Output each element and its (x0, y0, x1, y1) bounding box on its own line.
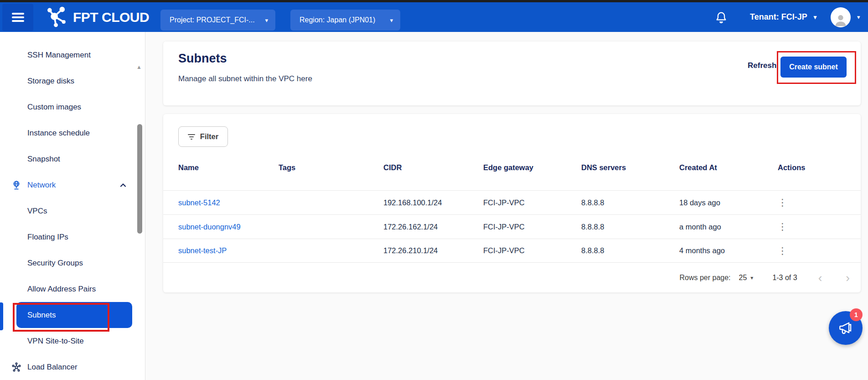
sidebar-item-label: VPCs (27, 207, 47, 216)
edge-gateway-cell: FCI-JP-VPC (483, 223, 581, 231)
load-balancer-hub-icon (11, 362, 22, 373)
created-at-cell: a month ago (679, 223, 778, 231)
sidebar-group-load-balancer[interactable]: Load Balancer (0, 354, 145, 380)
sidebar-item-label: Storage disks (27, 77, 74, 86)
caret-down-icon: ▾ (857, 14, 860, 21)
edge-gateway-cell: FCI-JP-VPC (483, 198, 581, 207)
page-subtitle: Manage all subnet within the VPC here (178, 74, 312, 83)
main-content: Subnets Manage all subnet within the VPC… (145, 32, 868, 380)
sidebar-item-snapshot[interactable]: Snapshot (0, 146, 145, 172)
dns-servers-cell: 8.8.8.8 (581, 246, 679, 255)
hamburger-menu-button[interactable] (2, 4, 33, 31)
column-header-cidr: CIDR (383, 163, 483, 172)
column-header-created-at: Created At (679, 163, 778, 172)
notification-count-badge: 1 (850, 308, 863, 321)
sidebar-item-custom-images[interactable]: Custom images (0, 94, 145, 120)
created-at-cell: 18 days ago (679, 198, 778, 207)
user-menu[interactable]: ▾ (831, 2, 860, 32)
pagination-range-label: 1-3 of 3 (772, 274, 797, 282)
sidebar-item-instance-schedule[interactable]: Instance schedule (0, 120, 145, 146)
filter-icon (188, 133, 195, 141)
hamburger-icon (12, 11, 24, 24)
table-row: subnet-5142 192.168.100.1/24 FCI-JP-VPC … (163, 190, 861, 214)
project-dropdown-label: Project: PROJECT_FCI-... (170, 16, 255, 24)
tenant-label: Tenant: FCI-JP (750, 12, 807, 22)
subnet-table-card: Filter Name Tags CIDR Edge gateway DNS s… (163, 114, 861, 292)
sidebar-menu: SSH Management Storage disks Custom imag… (0, 32, 145, 380)
dns-servers-cell: 8.8.8.8 (581, 223, 679, 231)
edge-gateway-cell: FCI-JP-VPC (483, 246, 581, 255)
sidebar-item-label: Snapshot (27, 155, 60, 164)
dns-servers-cell: 8.8.8.8 (581, 198, 679, 207)
column-header-dns-servers: DNS servers (581, 163, 679, 172)
caret-down-icon: ▾ (750, 275, 753, 281)
row-actions-kebab-icon[interactable]: ⋮ (778, 219, 791, 234)
sidebar-scrollbar-thumb[interactable] (137, 124, 142, 234)
pagination-bar: Rows per page: 25 ▾ 1-3 of 3 ‹ › (163, 263, 861, 292)
sidebar-item-label: Allow Address Pairs (27, 285, 96, 294)
rows-per-page-label: Rows per page: (680, 274, 731, 282)
next-page-button[interactable]: › (846, 272, 850, 284)
refresh-button[interactable]: Refresh (748, 61, 776, 70)
page-header-card: Subnets Manage all subnet within the VPC… (163, 42, 861, 105)
avatar (831, 7, 851, 27)
previous-page-button[interactable]: ‹ (818, 272, 822, 284)
sidebar-item-allow-address-pairs[interactable]: Allow Address Pairs (0, 276, 145, 302)
fpt-cloud-logo[interactable]: FPT CLOUD (46, 2, 149, 32)
subnet-name-link[interactable]: subnet-test-JP (178, 246, 279, 255)
sidebar-item-label: Load Balancer (27, 363, 78, 372)
caret-down-icon: ▾ (814, 14, 817, 21)
megaphone-icon (837, 319, 854, 338)
rows-per-page-value: 25 (739, 274, 747, 282)
sidebar-item-label: Subnets (27, 311, 56, 320)
table-header-row: Name Tags CIDR Edge gateway DNS servers … (163, 157, 861, 178)
sidebar-item-ssh-management[interactable]: SSH Management (0, 42, 145, 68)
sidebar-item-vpcs[interactable]: VPCs (0, 198, 145, 224)
sidebar-item-label: VPN Site-to-Site (27, 337, 84, 346)
region-dropdown[interactable]: Region: Japan (JPN01) ▾ (290, 10, 400, 31)
row-actions-kebab-icon[interactable]: ⋮ (778, 243, 791, 259)
active-item-edge-indicator (0, 302, 3, 330)
rows-per-page-select[interactable]: 25 ▾ (739, 274, 754, 282)
active-item-highlight: Subnets (16, 302, 132, 328)
column-header-name: Name (178, 163, 279, 172)
subnet-name-link[interactable]: subnet-duongnv49 (178, 223, 279, 231)
sidebar-item-label: Floating IPs (27, 233, 68, 242)
project-dropdown[interactable]: Project: PROJECT_FCI-... ▾ (160, 10, 275, 31)
column-header-actions: Actions (778, 163, 861, 172)
row-actions-kebab-icon[interactable]: ⋮ (778, 195, 791, 210)
sidebar-item-subnets[interactable]: Subnets (0, 302, 145, 328)
tenant-dropdown[interactable]: Tenant: FCI-JP ▾ (750, 2, 816, 32)
sidebar: SSH Management Storage disks Custom imag… (0, 32, 145, 380)
cidr-cell: 172.26.162.1/24 (383, 223, 483, 231)
app-header: FPT CLOUD Project: PROJECT_FCI-... ▾ Reg… (0, 2, 868, 32)
chevron-up-icon (119, 182, 127, 189)
filter-button[interactable]: Filter (178, 126, 228, 147)
sidebar-item-storage-disks[interactable]: Storage disks (0, 68, 145, 94)
sidebar-item-label: SSH Management (27, 51, 91, 60)
table-row: subnet-test-JP 172.26.210.1/24 FCI-JP-VP… (163, 239, 861, 263)
sidebar-group-network[interactable]: Network (0, 172, 145, 198)
column-header-edge-gateway: Edge gateway (483, 163, 581, 172)
table-row: subnet-duongnv49 172.26.162.1/24 FCI-JP-… (163, 214, 861, 239)
sidebar-item-label: Instance schedule (27, 129, 90, 138)
filter-button-label: Filter (200, 132, 218, 141)
create-subnet-button[interactable]: Create subnet (780, 57, 847, 78)
subnet-name-link[interactable]: subnet-5142 (178, 198, 279, 207)
caret-down-icon: ▾ (265, 17, 268, 24)
cidr-cell: 192.168.100.1/24 (383, 198, 483, 207)
sidebar-item-vpn-site-to-site[interactable]: VPN Site-to-Site (0, 328, 145, 354)
sidebar-item-security-groups[interactable]: Security Groups (0, 250, 145, 276)
molecule-icon (46, 5, 69, 29)
scrollbar-up-arrow[interactable]: ▲ (136, 64, 142, 70)
sidebar-item-floating-ips[interactable]: Floating IPs (0, 224, 145, 250)
caret-down-icon: ▾ (390, 17, 393, 24)
column-header-tags: Tags (279, 163, 383, 172)
region-dropdown-label: Region: Japan (JPN01) (300, 16, 375, 24)
globe-network-icon (11, 180, 22, 191)
sidebar-item-label: Security Groups (27, 259, 83, 268)
notification-bell-icon[interactable] (714, 10, 728, 25)
sidebar-item-label: Network (27, 181, 56, 190)
created-at-cell: 4 months ago (679, 246, 778, 255)
page-title: Subnets (178, 52, 227, 66)
